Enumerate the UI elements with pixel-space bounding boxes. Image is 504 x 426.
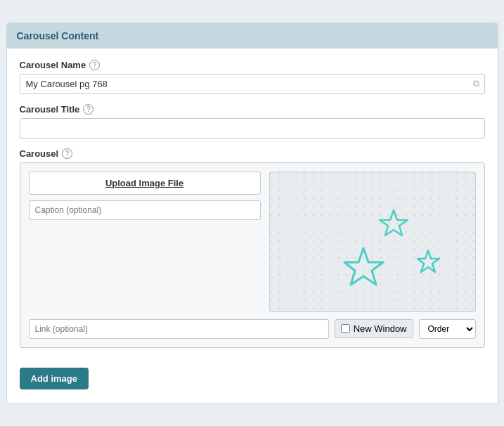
carousel-help-icon[interactable]: ? [62, 148, 72, 159]
carousel-label: Carousel ? [20, 148, 485, 159]
upload-image-button[interactable]: Upload Image File [29, 172, 261, 195]
carousel-name-group: Carousel Name ? ⧉ [20, 60, 485, 94]
carousel-name-input-wrapper: ⧉ [20, 74, 485, 94]
copy-icon: ⧉ [473, 78, 479, 89]
add-image-button[interactable]: Add image [20, 368, 89, 389]
new-window-group: New Window [335, 319, 413, 338]
carousel-name-help-icon[interactable]: ? [89, 60, 100, 70]
new-window-checkbox[interactable] [341, 324, 350, 333]
order-select[interactable]: Order 1 2 3 [419, 319, 476, 339]
carousel-left-panel: Upload Image File [29, 172, 261, 312]
carousel-content-card: Carousel Content Carousel Name ? ⧉ Carou… [6, 22, 498, 404]
carousel-bottom-row: New Window Order 1 2 3 [29, 319, 476, 339]
carousel-name-label: Carousel Name ? [20, 60, 485, 70]
caption-input[interactable] [29, 200, 261, 220]
carousel-inner: Upload Image File [29, 172, 476, 312]
carousel-name-input[interactable] [20, 74, 485, 94]
card-title: Carousel Content [17, 30, 99, 41]
svg-marker-2 [344, 248, 383, 285]
carousel-section: Upload Image File [20, 162, 485, 348]
carousel-title-help-icon[interactable]: ? [83, 104, 93, 115]
stars-illustration [316, 206, 457, 297]
card-header: Carousel Content [7, 23, 498, 49]
link-input[interactable] [29, 319, 329, 339]
card-body: Carousel Name ? ⧉ Carousel Title ? [7, 49, 498, 404]
carousel-field-group: Carousel ? Upload Image File [20, 148, 485, 348]
carousel-title-group: Carousel Title ? [20, 104, 485, 138]
carousel-title-input[interactable] [20, 118, 485, 138]
svg-marker-4 [418, 250, 439, 272]
carousel-preview [269, 172, 476, 312]
new-window-label[interactable]: New Window [354, 323, 407, 334]
carousel-title-label: Carousel Title ? [20, 104, 485, 115]
svg-marker-3 [380, 210, 408, 235]
